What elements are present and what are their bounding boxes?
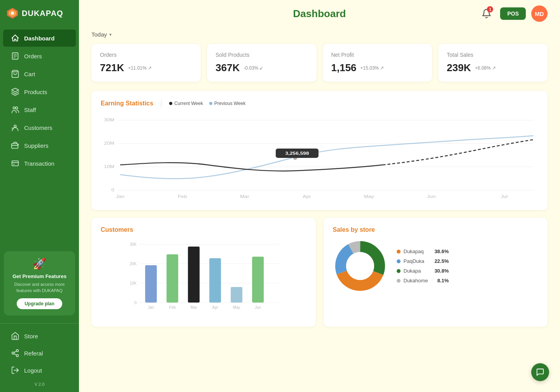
- sidebar-item-cart[interactable]: Cart: [3, 65, 76, 82]
- svg-point-18: [16, 350, 19, 352]
- svg-text:Jul: Jul: [501, 194, 508, 199]
- svg-point-9: [16, 107, 18, 109]
- logo-text: DUKAPAQ: [22, 9, 63, 18]
- sidebar-item-label: Dashboard: [24, 35, 54, 42]
- svg-line-22: [14, 351, 16, 353]
- notification-button[interactable]: 1: [478, 5, 495, 22]
- svg-line-21: [14, 354, 16, 355]
- svg-text:Apr: Apr: [212, 305, 218, 310]
- stat-card-orders: Orders 721K +11.01% ↗: [91, 44, 201, 82]
- earning-chart-card: Earning Statistics Current Week Previous…: [91, 91, 548, 210]
- svg-rect-53: [209, 258, 221, 303]
- notification-badge: 1: [487, 6, 493, 12]
- svg-text:Jun: Jun: [255, 305, 261, 310]
- home-icon: [11, 34, 19, 42]
- legend-dot-dukapa: [397, 269, 401, 273]
- period-selector[interactable]: Today ▾: [91, 31, 548, 38]
- svg-point-10: [14, 125, 16, 128]
- pos-button[interactable]: POS: [500, 7, 526, 20]
- sidebar-item-store[interactable]: Store: [3, 327, 76, 345]
- svg-text:Jan: Jan: [116, 194, 124, 199]
- legend-label-dukahome: Dukahome: [404, 278, 428, 284]
- customers-icon: [11, 123, 19, 132]
- sidebar-item-label: Referal: [24, 350, 43, 357]
- sidebar-item-label: Products: [24, 89, 47, 95]
- sales-legend-item-dukahome: Dukahome 8.1%: [397, 278, 449, 284]
- stat-value: 367K: [215, 62, 240, 74]
- svg-point-2: [11, 12, 14, 15]
- sidebar-item-products[interactable]: Products: [3, 83, 76, 100]
- legend-label: Current Week: [174, 101, 203, 106]
- logout-icon: [11, 366, 19, 374]
- legend-dot-previous: [209, 102, 212, 105]
- svg-rect-54: [231, 287, 242, 303]
- chat-bubble-button[interactable]: [531, 363, 549, 381]
- svg-rect-55: [252, 257, 264, 303]
- legend-dot-paqduka: [397, 259, 401, 263]
- svg-text:Mar: Mar: [240, 194, 249, 199]
- logo: DUKAPAQ: [0, 0, 79, 26]
- legend-current-week: Current Week: [169, 101, 203, 106]
- sidebar-item-staff[interactable]: Staff: [3, 101, 76, 118]
- products-icon: [11, 88, 19, 96]
- sidebar-item-orders[interactable]: Orders: [3, 47, 76, 65]
- svg-point-20: [16, 355, 19, 357]
- sidebar-item-transaction[interactable]: Transaction: [3, 155, 76, 172]
- svg-text:0: 0: [111, 187, 114, 192]
- svg-rect-52: [188, 247, 200, 303]
- stat-value: 239K: [447, 62, 471, 74]
- nav-list: Dashboard Orders Cart: [0, 26, 79, 247]
- svg-rect-15: [12, 161, 19, 166]
- upgrade-button[interactable]: Upgrade plan: [17, 298, 62, 309]
- premium-card: 🚀 Get Premium Features Discover and acce…: [4, 251, 75, 315]
- svg-text:May: May: [233, 305, 240, 310]
- stat-label: Sold Products: [215, 52, 308, 58]
- sidebar-item-suppliers[interactable]: Suppliers: [3, 137, 76, 154]
- sales-legend-item-dukapa: Dukapa 30.8%: [397, 268, 449, 274]
- sidebar-item-dashboard[interactable]: Dashboard: [3, 30, 76, 47]
- orders-icon: [11, 52, 19, 60]
- svg-text:10M: 10M: [104, 164, 114, 169]
- dashboard-content: Today ▾ Orders 721K +11.01% ↗ Sold Produ…: [79, 27, 560, 392]
- sales-store-content: Dukapaq 38.6% PaqDuka 22.5% Dukapa 30.8%: [333, 239, 539, 293]
- svg-text:Feb: Feb: [178, 194, 187, 199]
- main-content: Dashboard 1 POS MD Today ▾ Orders: [79, 0, 560, 392]
- legend-dot-current: [169, 102, 172, 105]
- svg-point-19: [12, 352, 14, 354]
- bottom-nav: Store Referal Logout V 2.0: [0, 323, 79, 392]
- stat-card-net-profit: Net Profit 1,156 +15.03% ↗: [323, 44, 432, 82]
- sidebar-item-label: Orders: [24, 53, 42, 60]
- legend-label: Previous Week: [214, 101, 245, 106]
- earning-chart-area: 30M 20M 10M 0: [101, 114, 538, 201]
- legend-dot-dukapaq: [397, 250, 401, 254]
- svg-text:30M: 30M: [104, 117, 114, 122]
- sidebar-item-customers[interactable]: Customers: [3, 119, 76, 136]
- svg-point-8: [13, 107, 16, 109]
- chart-header: Earning Statistics Current Week Previous…: [101, 100, 538, 107]
- logo-icon: [6, 7, 19, 19]
- version-text: V 2.0: [0, 379, 79, 388]
- stat-card-total-sales: Total Sales 239K +6.08% ↗: [438, 44, 548, 82]
- svg-point-67: [346, 252, 374, 280]
- svg-text:10K: 10K: [130, 281, 136, 285]
- legend-value-dukapa: 30.8%: [434, 268, 449, 274]
- cart-icon: [11, 70, 19, 78]
- svg-text:Apr: Apr: [303, 194, 311, 199]
- avatar[interactable]: MD: [531, 5, 548, 22]
- svg-rect-51: [166, 254, 178, 303]
- sidebar-item-label: Logout: [24, 367, 42, 374]
- stat-change: +11.01% ↗: [128, 65, 152, 71]
- header: Dashboard 1 POS MD: [79, 0, 560, 27]
- sidebar-item-logout[interactable]: Logout: [3, 362, 76, 379]
- sales-legend-item-paqduka: PaqDuka 22.5%: [397, 258, 449, 264]
- svg-text:Jun: Jun: [427, 194, 436, 199]
- sales-legend: Dukapaq 38.6% PaqDuka 22.5% Dukapa 30.8%: [397, 248, 449, 284]
- earning-chart-svg: 30M 20M 10M 0: [101, 114, 538, 200]
- premium-description: Discover and access more features with D…: [9, 282, 70, 294]
- premium-title: Get Premium Features: [9, 273, 70, 279]
- svg-text:May: May: [364, 194, 374, 199]
- sidebar-item-referal[interactable]: Referal: [3, 345, 76, 362]
- sidebar-item-label: Suppliers: [24, 142, 49, 149]
- period-label: Today: [91, 31, 107, 38]
- svg-rect-17: [13, 164, 14, 165]
